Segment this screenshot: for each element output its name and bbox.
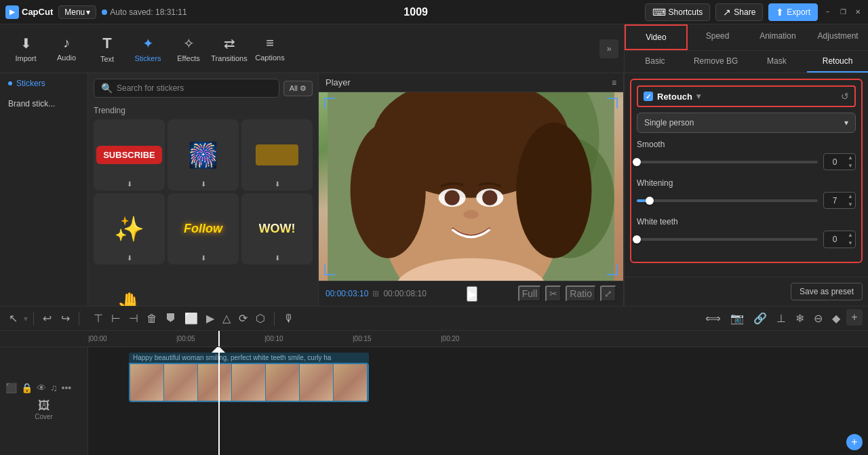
link-button[interactable]: 🔗 xyxy=(750,309,770,328)
redo-button[interactable]: ↪ xyxy=(58,309,73,328)
track-lock-icon[interactable]: 🔒 xyxy=(21,382,33,393)
track-more-icon[interactable]: ••• xyxy=(62,382,72,393)
frame-button[interactable]: ⬜ xyxy=(181,309,201,328)
sticker-firework[interactable]: 🎆 ⬇ xyxy=(167,119,239,191)
crop-tool-button[interactable]: ⛊ xyxy=(162,309,180,328)
toolbar-text[interactable]: T Text xyxy=(87,27,127,71)
play-button[interactable]: ▶ xyxy=(467,286,477,302)
sticker-brown[interactable]: ⬇ xyxy=(241,119,313,191)
tab-video[interactable]: Video xyxy=(625,24,688,50)
split-right-button[interactable]: ⊣ xyxy=(125,309,142,328)
fullscreen-button[interactable]: Full xyxy=(518,285,542,302)
remove-button[interactable]: ⊖ xyxy=(810,309,826,328)
track-select-icon[interactable]: ⬛ xyxy=(5,382,17,393)
whitening-slider-track[interactable] xyxy=(637,199,818,202)
video-track-label: Happy beautiful woman smiling, perfect w… xyxy=(129,353,369,363)
more-tools-button[interactable]: ⬡ xyxy=(252,309,269,328)
menu-button[interactable]: Menu ▾ xyxy=(58,5,96,19)
ruler-0: |00:00 xyxy=(88,335,107,342)
sticker-search-area: 🔍 Search for stickers All ⚙ xyxy=(88,73,318,103)
left-panel-stickers[interactable]: Stickers xyxy=(0,73,87,94)
share-button[interactable]: ↗ Share xyxy=(715,3,763,21)
left-panel-brand[interactable]: Brand stick... xyxy=(0,94,87,114)
split-left-button[interactable]: ⊢ xyxy=(108,309,124,328)
track-audio-icon[interactable]: ♫ xyxy=(50,382,58,393)
toolbar-transitions[interactable]: ⇄ Transitions xyxy=(209,27,250,71)
whitening-slider-thumb[interactable] xyxy=(646,197,654,205)
whitening-down-arrow[interactable]: ▼ xyxy=(846,201,855,209)
video-track-frames[interactable] xyxy=(129,363,369,402)
filter-icon: ⚙ xyxy=(300,84,307,93)
sticker-subscribe[interactable]: SUBSCRIBE ⬇ xyxy=(94,119,165,191)
split2-button[interactable]: ⊥ xyxy=(773,309,789,328)
retouch-title-text: Retouch xyxy=(657,92,692,102)
save-preset-button[interactable]: Save as preset xyxy=(791,283,863,300)
smooth-slider-group: Smooth 0 ▲ ▼ xyxy=(637,140,856,170)
snapshot-button[interactable]: 📷 xyxy=(727,309,747,328)
whitening-up-arrow[interactable]: ▲ xyxy=(846,193,855,201)
frame-5 xyxy=(266,364,300,402)
person-select-dropdown[interactable]: Single person ▾ xyxy=(637,113,856,133)
freeze-button[interactable]: ❄ xyxy=(792,309,808,328)
delete-button[interactable]: 🗑 xyxy=(143,309,161,328)
ratio-button[interactable]: Ratio xyxy=(566,285,596,302)
white-teeth-up-arrow[interactable]: ▲ xyxy=(846,231,855,239)
sticker-follow[interactable]: Follow ⬇ xyxy=(167,193,239,264)
add-track-button[interactable]: + xyxy=(846,434,863,450)
smooth-slider-track[interactable] xyxy=(637,161,818,163)
motion-button[interactable]: ▶ xyxy=(203,309,218,328)
frame-6 xyxy=(300,364,334,402)
join-button[interactable]: ⟺ xyxy=(702,309,724,328)
svg-point-6 xyxy=(516,122,591,258)
subtab-mask[interactable]: Mask xyxy=(747,51,808,73)
close-button[interactable]: ✕ xyxy=(853,7,863,17)
retouch-enable-checkbox[interactable]: ✓ xyxy=(644,92,653,101)
follow-text: Follow xyxy=(184,222,222,236)
whitening-slider-group: Whitening 7 ▲ ▼ xyxy=(637,178,856,209)
sticker-partial[interactable]: 🤚 ⬇ xyxy=(94,267,165,306)
subtab-removebg[interactable]: Remove BG xyxy=(686,51,747,73)
transform-button[interactable]: ⟳ xyxy=(235,309,251,328)
undo-button[interactable]: ↩ xyxy=(39,309,55,328)
effects-icon: ✧ xyxy=(183,35,195,52)
tab-speed[interactable]: Speed xyxy=(688,24,748,50)
white-teeth-slider-track[interactable] xyxy=(637,238,818,241)
sticker-wow[interactable]: WOW! ⬇ xyxy=(241,193,313,264)
select-tool-button[interactable]: ↖ xyxy=(5,309,21,328)
subtab-basic[interactable]: Basic xyxy=(625,51,686,73)
tab-adjustment[interactable]: Adjustment xyxy=(808,24,868,50)
zoom-in-button[interactable]: + xyxy=(846,309,863,325)
playhead-diamond xyxy=(212,347,225,353)
subtab-retouch[interactable]: Retouch xyxy=(807,51,868,73)
time-grid-icon: ⊞ xyxy=(372,289,379,298)
toolbar-captions[interactable]: ≡ Captions xyxy=(250,27,290,71)
toolbar-more-button[interactable]: » xyxy=(599,39,618,58)
white-teeth-slider-thumb[interactable] xyxy=(633,235,641,243)
minimize-button[interactable]: − xyxy=(823,7,833,17)
export-button[interactable]: ⬆ Export xyxy=(768,3,818,21)
toolbar-audio[interactable]: ♪ Audio xyxy=(46,27,87,71)
split-button[interactable]: ⊤ xyxy=(90,309,106,328)
toolbar-stickers[interactable]: ✦ Stickers xyxy=(127,27,168,71)
maximize-button[interactable]: ❐ xyxy=(838,7,848,17)
smooth-slider-thumb[interactable] xyxy=(633,158,641,166)
player-menu-icon[interactable]: ≡ xyxy=(612,78,616,87)
white-teeth-down-arrow[interactable]: ▼ xyxy=(846,239,855,248)
toolbar-import[interactable]: ⬇ Import xyxy=(5,27,46,71)
smooth-up-arrow[interactable]: ▲ xyxy=(846,154,855,162)
toolbar-effects[interactable]: ✧ Effects xyxy=(168,27,209,71)
record-button[interactable]: 🎙 xyxy=(280,310,298,328)
smooth-down-arrow[interactable]: ▼ xyxy=(846,162,855,170)
shortcuts-button[interactable]: ⌨ Shortcuts xyxy=(645,3,711,21)
expand-button[interactable]: ⤢ xyxy=(600,285,616,302)
svg-point-10 xyxy=(482,191,497,205)
retouch-reset-icon[interactable]: ↺ xyxy=(841,91,849,102)
tab-animation[interactable]: Animation xyxy=(748,24,808,50)
track-visibility-icon[interactable]: 👁 xyxy=(37,382,46,393)
audio-button[interactable]: △ xyxy=(219,309,234,328)
sticker-search-box[interactable]: 🔍 Search for stickers xyxy=(94,79,279,98)
all-filter-button[interactable]: All ⚙ xyxy=(283,81,313,96)
crop-button[interactable]: ✂ xyxy=(545,285,561,302)
marker-button[interactable]: ◆ xyxy=(829,309,844,328)
sticker-sparkle[interactable]: ✨ ⬇ xyxy=(94,193,165,264)
